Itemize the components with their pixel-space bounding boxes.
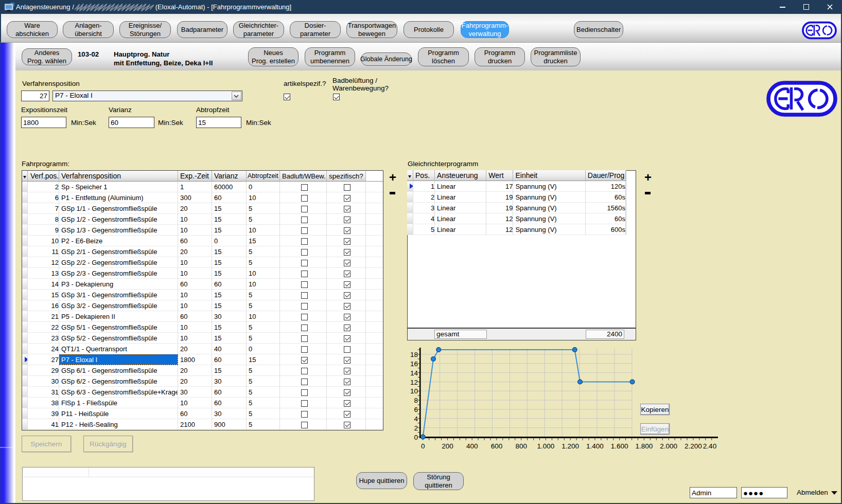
svg-text:2.000: 2.000 xyxy=(660,442,677,450)
svg-text:12: 12 xyxy=(410,379,418,386)
svg-text:200: 200 xyxy=(442,442,453,450)
svg-text:0: 0 xyxy=(421,442,425,450)
svg-text:800: 800 xyxy=(515,442,527,450)
svg-text:1.600: 1.600 xyxy=(611,442,628,450)
svg-text:1.200: 1.200 xyxy=(562,442,579,450)
svg-text:0: 0 xyxy=(414,434,418,441)
svg-text:1.000: 1.000 xyxy=(537,442,555,450)
svg-text:2.40: 2.40 xyxy=(703,442,716,450)
svg-text:4: 4 xyxy=(414,415,418,423)
svg-text:600: 600 xyxy=(491,442,503,450)
svg-text:1.400: 1.400 xyxy=(586,442,604,450)
svg-text:2.200: 2.200 xyxy=(685,442,702,450)
svg-text:8: 8 xyxy=(414,397,418,404)
svg-text:10: 10 xyxy=(410,387,418,395)
svg-text:400: 400 xyxy=(466,442,478,450)
svg-text:1.800: 1.800 xyxy=(636,442,653,450)
svg-text:2: 2 xyxy=(414,424,418,432)
svg-text:6: 6 xyxy=(414,406,418,413)
svg-text:14: 14 xyxy=(410,369,418,377)
svg-text:18: 18 xyxy=(410,351,418,358)
svg-text:16: 16 xyxy=(410,360,418,368)
